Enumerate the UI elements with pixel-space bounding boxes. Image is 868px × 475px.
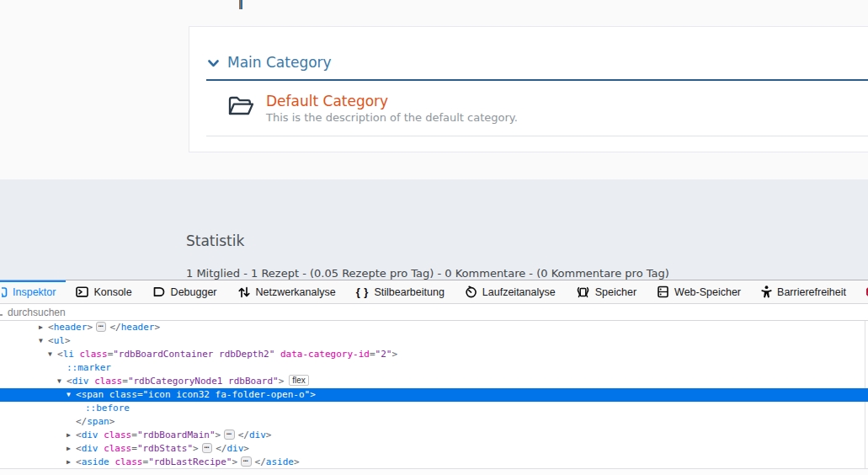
bracket: > (193, 443, 199, 454)
devtools-tab-speicher[interactable]: Speicher (566, 280, 647, 303)
tab-label: Speicher (595, 286, 636, 298)
markup-row[interactable]: ::marker (0, 361, 868, 375)
attribute-value: "icon icon32 fa-folder-open-o" (143, 389, 311, 400)
stats-heading: Statistik (186, 232, 244, 249)
devtools-toolbar: InspektorKonsoleDebuggerNetzwerkanalyse{… (0, 280, 868, 304)
bracket: </ (238, 430, 249, 440)
markup-row[interactable]: ▶<header>⋯</header> (0, 321, 868, 334)
devtools-tab-inspektor[interactable]: Inspektor (0, 280, 66, 303)
attribute-name: data-category-id (280, 349, 370, 360)
tab-label: Barrierefreiheit (777, 286, 846, 298)
clipped-page-element (239, 0, 242, 9)
markup-row[interactable]: ▼<ul> (0, 334, 868, 348)
bracket: > (294, 456, 300, 467)
bracket: < (57, 349, 63, 360)
bracket: > (87, 322, 93, 333)
devtools-tab-stilbearbeitung[interactable]: { }Stilbearbeitung (346, 280, 455, 303)
tag-name: div (82, 443, 99, 454)
storage-icon (657, 286, 669, 298)
bracket: > (154, 322, 160, 333)
markup-row[interactable]: ▼<li class="rdbBoardContainer rdbDepth2"… (0, 348, 868, 361)
expand-arrow-icon[interactable]: ▶ (67, 429, 76, 442)
bracket: > (243, 443, 249, 454)
markup-row[interactable]: ▶<div class="rdbStats">⋯</div> (0, 442, 868, 456)
bracket: > (232, 456, 237, 467)
markup-row[interactable]: ▶<div class="rdbBoardMain">⋯</div> (0, 429, 868, 442)
space (104, 389, 109, 400)
space (74, 349, 80, 360)
folder-open-icon (227, 93, 255, 125)
network-icon (237, 286, 251, 298)
bracket: < (67, 376, 72, 387)
bracket: </ (76, 416, 87, 427)
category-underline (206, 79, 868, 81)
collapse-arrow-icon[interactable]: ▼ (57, 375, 67, 388)
clipped-text-artifact (0, 314, 3, 316)
tag-name: li (63, 349, 74, 360)
webpage-viewport: Main Category Default Category This is t… (0, 0, 868, 280)
board-title-link[interactable]: Default Category (266, 93, 518, 110)
bracket: > (65, 335, 71, 346)
collapse-arrow-icon[interactable]: ▼ (67, 388, 76, 402)
devtools-tab-netzwerkanalyse[interactable]: Netzwerkanalyse (227, 280, 346, 303)
tag-name: aside (82, 456, 109, 467)
tag-name: header (121, 322, 155, 333)
tab-label: Inspektor (13, 286, 56, 298)
equals-sign: = (131, 443, 137, 454)
category-panel: Main Category Default Category This is t… (189, 26, 868, 152)
attribute-value: "rdbLastRecipe" (148, 456, 232, 467)
tab-label: Web-Speicher (674, 286, 741, 298)
devtools-tab-konsole[interactable]: Konsole (66, 280, 141, 303)
markup-row[interactable]: </span> (0, 415, 868, 429)
style-editor-icon: { } (356, 286, 370, 298)
equals-sign: = (137, 389, 143, 400)
devtools-tab-debugger[interactable]: Debugger (142, 280, 227, 303)
tag-name: div (226, 443, 243, 454)
collapsed-content-badge[interactable]: ⋯ (202, 443, 212, 453)
collapsed-content-badge[interactable]: ⋯ (96, 322, 106, 332)
expand-arrow-icon[interactable]: ▶ (67, 456, 76, 469)
attribute-name: class (94, 376, 122, 387)
collapsed-content-badge[interactable]: ⋯ (241, 456, 251, 467)
devtools-tab-adblock-plus[interactable]: ABPAdblock Plus (856, 280, 868, 303)
tag-name: div (249, 430, 266, 440)
category-title[interactable]: Main Category (227, 54, 332, 71)
expand-arrow-icon[interactable]: ▶ (39, 321, 48, 334)
bracket: < (48, 335, 54, 346)
bracket: > (109, 416, 115, 427)
collapse-arrow-icon[interactable]: ▼ (39, 334, 48, 348)
category-header[interactable]: Main Category (208, 54, 332, 71)
search-input[interactable]: durchsuchen (8, 307, 66, 318)
markup-search-row[interactable]: durchsuchen (0, 304, 868, 321)
tab-label: Netzwerkanalyse (256, 286, 336, 298)
markup-row-selected[interactable]: ▼<span class="icon icon32 fa-folder-open… (0, 388, 868, 402)
collapse-arrow-icon[interactable]: ▼ (48, 348, 57, 361)
bracket: </ (109, 322, 120, 333)
equals-sign: = (122, 376, 128, 387)
tab-label: Stilbearbeitung (374, 286, 444, 298)
markup-row[interactable]: ::before (0, 402, 868, 415)
attribute-value: "rdbStats" (137, 443, 193, 454)
expand-arrow-icon[interactable]: ▶ (67, 442, 76, 456)
board-description: This is the description of the default c… (266, 110, 518, 125)
equals-sign: = (370, 349, 375, 360)
devtools-tab-barrierefreiheit[interactable]: Barrierefreiheit (751, 280, 856, 303)
devtools-tab-laufzeitanalyse[interactable]: Laufzeitanalyse (455, 280, 566, 303)
chevron-down-icon[interactable] (208, 55, 219, 71)
bracket: < (48, 322, 54, 333)
bracket: < (76, 456, 82, 467)
bracket: > (266, 430, 272, 440)
equals-sign: = (131, 430, 137, 440)
flex-badge[interactable]: flex (289, 375, 309, 386)
attribute-name: class (109, 389, 137, 400)
markup-row[interactable]: ▶<aside class="rdbLastRecipe">⋯</aside> (0, 456, 868, 469)
bracket: < (76, 389, 82, 400)
devtools-tab-web-speicher[interactable]: Web-Speicher (647, 280, 751, 303)
markup-row[interactable]: ▼<div class="rdbCategoryNode1 rdbBoard">… (0, 375, 868, 388)
attribute-value: "2" (375, 349, 392, 360)
collapsed-content-badge[interactable]: ⋯ (224, 430, 234, 440)
tag-name: header (54, 322, 88, 333)
tag-name: div (82, 430, 99, 440)
performance-icon (465, 286, 477, 298)
board-divider (206, 136, 868, 136)
